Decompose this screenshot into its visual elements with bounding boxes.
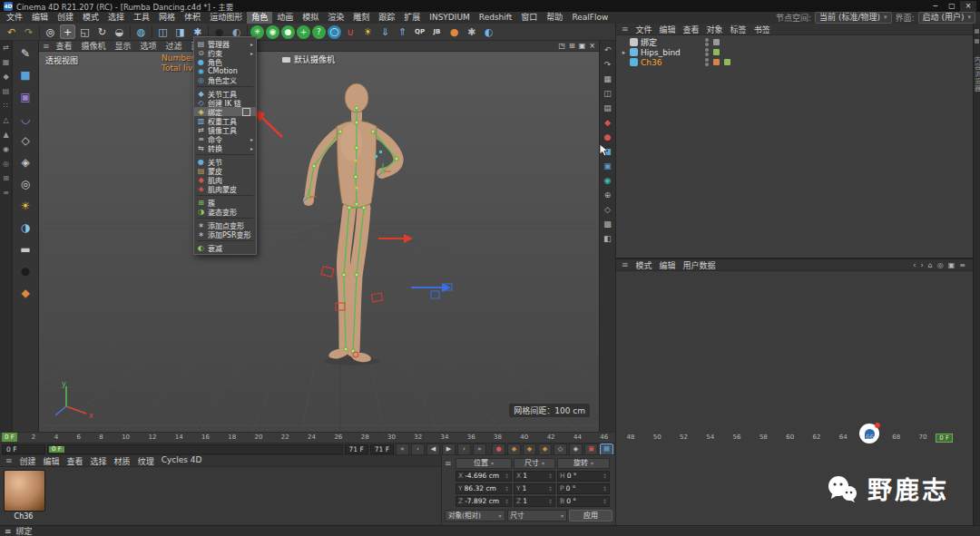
xp-modifier-icon[interactable]: +: [297, 25, 310, 39]
menu-bar-item[interactable]: 渲染: [323, 12, 348, 24]
menu-item[interactable]: ▤ 蒙皮: [194, 166, 256, 175]
back-icon[interactable]: ‹: [913, 261, 916, 269]
add-icon[interactable]: ⊕: [602, 190, 613, 200]
timeline-tick[interactable]: 56: [733, 434, 741, 441]
viewport-menu-item[interactable]: 过滤: [162, 40, 187, 52]
object-manager-menu-item[interactable]: 编辑: [656, 24, 680, 35]
timeline-tick[interactable]: 28: [361, 434, 369, 441]
object-row[interactable]: ▸ Hips_bind: [616, 47, 973, 57]
attribute-manager-menu-item[interactable]: 编辑: [656, 259, 680, 271]
current-frame-field[interactable]: 0 F: [2, 444, 45, 454]
timeline-tick[interactable]: 50: [653, 434, 662, 441]
object-manager-menu-item[interactable]: 对象: [703, 24, 727, 35]
menu-item[interactable]: ⊙ 约束 ▸: [194, 48, 256, 57]
object-row[interactable]: Ch36: [616, 57, 973, 67]
menu-item[interactable]: ⇆ 转换 ▸: [194, 143, 256, 152]
timeline-tick[interactable]: 16: [201, 434, 210, 441]
viewport-pin-icon[interactable]: ◳: [558, 42, 565, 50]
menu-bar-item[interactable]: 文件: [2, 12, 27, 24]
position-header-dropdown[interactable]: 位置▾: [456, 458, 512, 469]
menu-item[interactable]: ◐ 衰减: [194, 243, 256, 252]
timeline-tick[interactable]: 22: [281, 434, 289, 441]
menu-bar-item[interactable]: 模式: [78, 12, 103, 24]
panel-burger-icon[interactable]: ≡: [619, 24, 632, 34]
viewport-canvas[interactable]: 透视视图 默认摄像机 NumberTotal live 网格间距：100 cm …: [39, 52, 599, 432]
edges-mode-icon[interactable]: △: [3, 117, 8, 124]
menu-bar-item[interactable]: 跟踪: [374, 12, 399, 24]
size-z-field[interactable]: Z1↕: [514, 496, 555, 507]
bind-option-box[interactable]: [242, 108, 250, 116]
panel-menu-icon[interactable]: ≡: [959, 261, 965, 269]
timeline-tick[interactable]: 2: [32, 434, 35, 441]
timeline-tick[interactable]: 58: [760, 434, 768, 441]
red-diamond-icon[interactable]: ◆: [602, 117, 613, 128]
menu-item[interactable]: ◈ 绑定: [194, 107, 256, 116]
instance-icon[interactable]: ◈: [16, 154, 34, 170]
workplane-icon[interactable]: ▤: [3, 88, 10, 95]
timeline-tick[interactable]: 44: [573, 434, 582, 441]
light-icon[interactable]: ☀: [360, 24, 376, 39]
object-tag-icon[interactable]: [724, 49, 730, 55]
timeline-tick[interactable]: 40: [520, 434, 528, 441]
jb-plugin-icon[interactable]: JB: [429, 24, 445, 39]
timeline-tick[interactable]: 42: [547, 434, 555, 441]
material-manager-menu-item[interactable]: 创建: [16, 455, 40, 467]
size-x-field[interactable]: X1↕: [514, 471, 555, 482]
menu-item[interactable]: [197, 86, 253, 87]
object-tag-icon[interactable]: [724, 39, 730, 45]
range-slider[interactable]: 0 F: [47, 444, 343, 454]
timeline-tick[interactable]: 24: [308, 434, 316, 441]
menu-item[interactable]: [197, 218, 253, 219]
object-tag-icon[interactable]: [713, 39, 720, 45]
timeline-tick[interactable]: 6: [76, 434, 80, 441]
menu-item[interactable]: ∗ 添加PSR变形: [194, 229, 256, 239]
node-space-dropdown[interactable]: 当前 (标准/物理)▾: [815, 12, 891, 24]
frame-all-icon[interactable]: ▦: [602, 73, 613, 84]
rotation-b-field[interactable]: B0 °↕: [557, 496, 610, 507]
points-mode-icon[interactable]: ∷: [4, 102, 8, 110]
timeline-tick[interactable]: 52: [680, 434, 688, 441]
coordinate-system-icon[interactable]: ◍: [133, 24, 149, 39]
material-manager-menu-item[interactable]: 查看: [64, 455, 87, 467]
maximize-button[interactable]: ▢: [944, 1, 960, 12]
timeline-tick[interactable]: 8: [99, 434, 103, 441]
play-button[interactable]: ▶: [442, 443, 456, 455]
mograph-icon[interactable]: ◆: [16, 285, 34, 300]
size-y-field[interactable]: Y1↕: [514, 483, 555, 494]
goto-start-button[interactable]: «: [396, 443, 409, 455]
menu-item[interactable]: [197, 240, 253, 241]
xp-group-icon[interactable]: ●: [281, 25, 295, 39]
timeline-tick[interactable]: 4: [54, 434, 58, 441]
timeline-tick[interactable]: 38: [494, 434, 502, 441]
menu-bar-item[interactable]: INSYDIUM: [425, 12, 475, 24]
quick-preset-icon[interactable]: QP: [412, 24, 427, 39]
material-manager-menu-item[interactable]: 材质: [111, 455, 134, 467]
menu-item[interactable]: ◆ 关节工具: [194, 89, 256, 98]
position-y-field[interactable]: Y86.32 cm↕: [456, 483, 512, 494]
object-name[interactable]: 绑定: [641, 36, 699, 48]
menu-item[interactable]: ◇ 创建 IK 链: [194, 98, 256, 107]
move-tool-icon[interactable]: +: [60, 24, 75, 39]
record-keyframe-button[interactable]: ●: [492, 443, 505, 455]
minimize-button[interactable]: ─: [927, 1, 944, 12]
panel-burger-icon[interactable]: ≡: [619, 260, 632, 269]
sky-object-icon[interactable]: ◑: [16, 219, 34, 235]
menu-item[interactable]: ◆ 肌肉: [194, 175, 256, 184]
record-scale-button[interactable]: ◆: [523, 443, 536, 455]
camera-object-icon[interactable]: ◎: [16, 176, 34, 191]
model-mode-icon[interactable]: ▦: [3, 59, 10, 66]
object-manager-menu-item[interactable]: 查看: [680, 24, 703, 35]
close-button[interactable]: ×: [960, 1, 976, 12]
record-pla-button[interactable]: ◈: [569, 443, 583, 455]
make-editable-icon[interactable]: ⇄: [3, 44, 9, 52]
timeline-tick[interactable]: 64: [839, 434, 848, 441]
menu-item[interactable]: ▥ 权重工具: [194, 116, 256, 125]
next-frame-button[interactable]: ›: [457, 443, 471, 455]
object-name[interactable]: Ch36: [641, 58, 699, 67]
import-icon[interactable]: ⇓: [377, 24, 393, 39]
search-icon[interactable]: ◎: [937, 261, 944, 269]
live-selection-icon[interactable]: ◎: [43, 24, 58, 39]
object-tag-icon[interactable]: [724, 59, 730, 65]
menu-bar-item[interactable]: 角色: [247, 12, 272, 24]
timeline-tick[interactable]: 54: [706, 434, 714, 441]
